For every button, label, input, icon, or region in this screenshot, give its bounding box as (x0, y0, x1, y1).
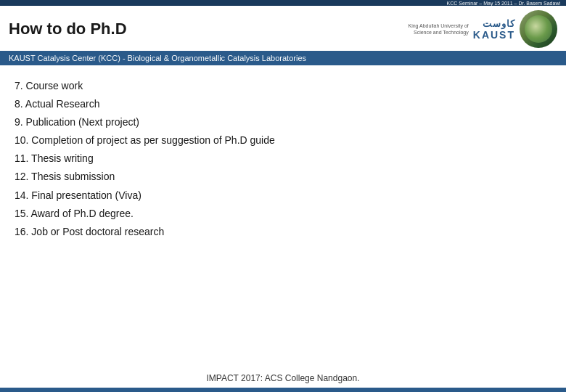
kaust-arabic-text: كاوست (483, 18, 515, 29)
university-line1: King Abdullah University of (408, 23, 468, 29)
list-item: 15. Award of Ph.D degree. (15, 205, 551, 223)
list-item: 11. Thesis writing (15, 150, 551, 168)
kaust-text-logo: كاوست KAUST (473, 18, 515, 41)
title-text: How to do Ph.D (9, 20, 127, 38)
footer-text: IMPACT 2017: ACS College Nandgaon. (206, 373, 359, 383)
kaust-logo-circle (520, 10, 557, 48)
header: How to do Ph.D King Abdullah University … (0, 6, 566, 51)
list-item: 8. Actual Research (15, 95, 551, 113)
page-title: How to do Ph.D (9, 20, 127, 38)
list-item: 9. Publication (Next project) (15, 113, 551, 131)
content-list: 7. Course work8. Actual Research9. Publi… (15, 77, 551, 241)
list-item: 10. Completion of project as per suggest… (15, 131, 551, 150)
top-banner: KCC Seminar – May 15 2011 – Dr. Basem Sa… (0, 0, 566, 6)
kaust-english-text: KAUST (473, 29, 515, 41)
subtitle-text: KAUST Catalysis Center (KCC) - Biologica… (9, 54, 306, 62)
university-text-block: King Abdullah University of Science and … (408, 23, 468, 36)
logo-area: King Abdullah University of Science and … (408, 10, 557, 48)
list-item: 14. Final presentation (Viva) (15, 187, 551, 205)
university-line2: Science and Technology (408, 29, 468, 36)
bottom-bar (0, 388, 566, 392)
subtitle-bar: KAUST Catalysis Center (KCC) - Biologica… (0, 51, 566, 65)
banner-text: KCC Seminar – May 15 2011 – Dr. Basem Sa… (447, 1, 560, 6)
list-item: 12. Thesis submission (15, 168, 551, 186)
list-item: 16. Job or Post doctoral research (15, 223, 551, 241)
list-item: 7. Course work (15, 77, 551, 95)
footer: IMPACT 2017: ACS College Nandgaon. (0, 373, 566, 383)
main-content: 7. Course work8. Actual Research9. Publi… (0, 65, 566, 247)
